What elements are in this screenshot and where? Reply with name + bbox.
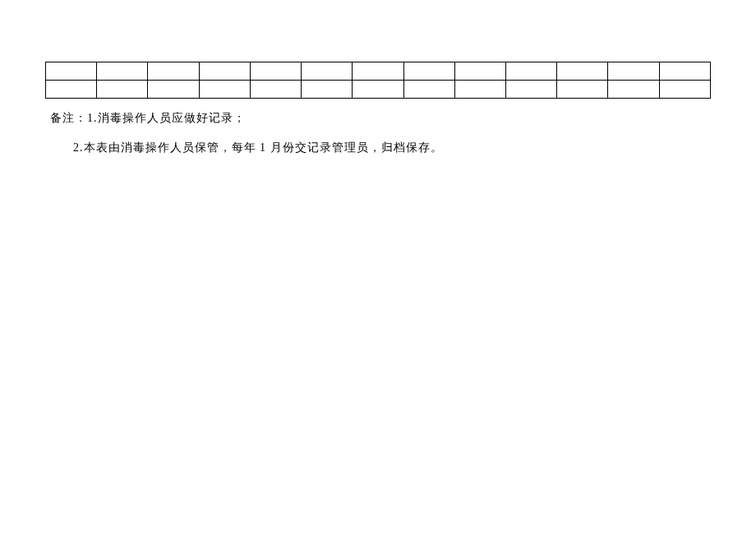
note-line-1: 备注：1.消毒操作人员应做好记录； [50, 104, 711, 133]
table-cell [505, 81, 556, 99]
table-cell [659, 62, 710, 81]
table-cell [46, 81, 97, 99]
table-cell [353, 81, 403, 99]
table-cell [250, 62, 301, 81]
table-cell [199, 62, 250, 81]
table-cell [148, 62, 199, 81]
table-cell [302, 81, 353, 99]
table-cell [403, 62, 454, 81]
table-cell [403, 81, 454, 99]
table-cell [659, 81, 710, 99]
table-cell [302, 62, 353, 81]
table-row [46, 62, 711, 81]
table-cell [97, 81, 148, 99]
table-cell [608, 62, 659, 81]
page-container: 备注：1.消毒操作人员应做好记录； 2.本表由消毒操作人员保管，每年 1 月份交… [0, 0, 756, 164]
table-row [46, 81, 711, 99]
notes-section: 备注：1.消毒操作人员应做好记录； 2.本表由消毒操作人员保管，每年 1 月份交… [45, 104, 711, 164]
table-cell [199, 81, 250, 99]
table-cell [608, 81, 659, 99]
table-cell [454, 62, 505, 81]
table-cell [46, 62, 97, 81]
table-cell [250, 81, 301, 99]
table-cell [557, 62, 608, 81]
table-cell [505, 62, 556, 81]
table-cell [557, 81, 608, 99]
record-table [45, 62, 711, 99]
table-cell [97, 62, 148, 81]
note-line-2: 2.本表由消毒操作人员保管，每年 1 月份交记录管理员，归档保存。 [50, 133, 711, 163]
table-cell [454, 81, 505, 99]
table-cell [148, 81, 199, 99]
table-cell [353, 62, 403, 81]
